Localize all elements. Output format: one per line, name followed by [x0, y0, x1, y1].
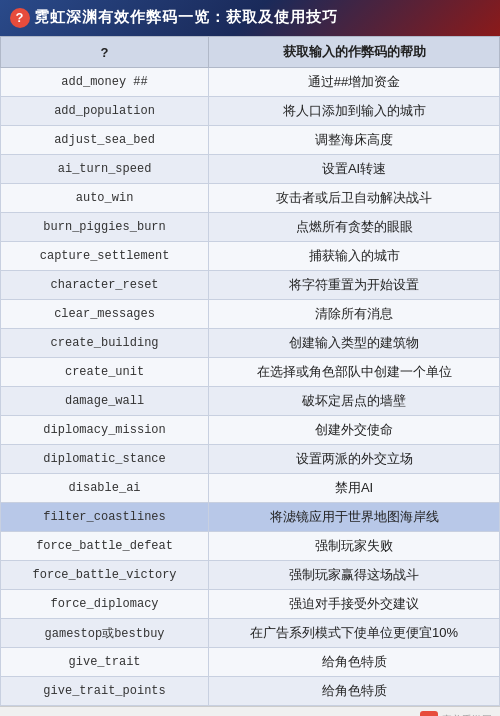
- cheat-code: force_battle_defeat: [1, 532, 209, 561]
- table-row: diplomacy_mission创建外交使命: [1, 416, 500, 445]
- cheat-code: damage_wall: [1, 387, 209, 416]
- table-row: burn_piggies_burn点燃所有贪婪的眼眼: [1, 213, 500, 242]
- cheat-desc: 给角色特质: [209, 648, 500, 677]
- table-row: clear_messages清除所有消息: [1, 300, 500, 329]
- table-row: give_trait给角色特质: [1, 648, 500, 677]
- page-title: 霓虹深渊有效作弊码一览：获取及使用技巧: [34, 8, 338, 25]
- cheat-code: add_population: [1, 97, 209, 126]
- table-header-row: ? 获取输入的作弊码的帮助: [1, 37, 500, 68]
- cheat-desc: 强制玩家失败: [209, 532, 500, 561]
- cheat-code: force_diplomacy: [1, 590, 209, 619]
- cheat-desc: 创建输入类型的建筑物: [209, 329, 500, 358]
- cheat-desc: 攻击者或后卫自动解决战斗: [209, 184, 500, 213]
- cheat-code: add_money ##: [1, 68, 209, 97]
- table-row: capture_settlement捕获输入的城市: [1, 242, 500, 271]
- question-mark-icon: ?: [10, 8, 30, 28]
- cheat-desc: 强迫对手接受外交建议: [209, 590, 500, 619]
- cheat-code: auto_win: [1, 184, 209, 213]
- cheat-desc: 将字符重置为开始设置: [209, 271, 500, 300]
- header: ?霓虹深渊有效作弊码一览：获取及使用技巧: [0, 0, 500, 36]
- cheat-desc: 设置AI转速: [209, 155, 500, 184]
- cheat-desc: 强制玩家赢得这场战斗: [209, 561, 500, 590]
- cheat-code: character_reset: [1, 271, 209, 300]
- table-row: filter_coastlines将滤镜应用于世界地图海岸线: [1, 503, 500, 532]
- cheat-code: give_trait_points: [1, 677, 209, 706]
- table-row: ai_turn_speed设置AI转速: [1, 155, 500, 184]
- cheat-code: ai_turn_speed: [1, 155, 209, 184]
- cheat-desc: 通过##增加资金: [209, 68, 500, 97]
- cheat-desc: 破坏定居点的墙壁: [209, 387, 500, 416]
- table-row: damage_wall破坏定居点的墙壁: [1, 387, 500, 416]
- cheat-desc: 给角色特质: [209, 677, 500, 706]
- table-row: create_unit在选择或角色部队中创建一个单位: [1, 358, 500, 387]
- table-row: force_battle_defeat强制玩家失败: [1, 532, 500, 561]
- logo-icon: W: [420, 711, 438, 716]
- cheat-desc: 点燃所有贪婪的眼眼: [209, 213, 500, 242]
- table-row: create_building创建输入类型的建筑物: [1, 329, 500, 358]
- table-row: gamestop或bestbuy在广告系列模式下使单位更便宜10%: [1, 619, 500, 648]
- cheat-table: ? 获取输入的作弊码的帮助 add_money ##通过##增加资金add_po…: [0, 36, 500, 706]
- cheat-code: filter_coastlines: [1, 503, 209, 532]
- cheat-code: clear_messages: [1, 300, 209, 329]
- col-header-code: ?: [1, 37, 209, 68]
- table-row: force_diplomacy强迫对手接受外交建议: [1, 590, 500, 619]
- table-row: give_trait_points给角色特质: [1, 677, 500, 706]
- cheat-code: create_unit: [1, 358, 209, 387]
- cheat-desc: 调整海床高度: [209, 126, 500, 155]
- cheat-desc: 在选择或角色部队中创建一个单位: [209, 358, 500, 387]
- table-row: diplomatic_stance设置两派的外交立场: [1, 445, 500, 474]
- cheat-desc: 清除所有消息: [209, 300, 500, 329]
- cheat-code: burn_piggies_burn: [1, 213, 209, 242]
- cheat-desc: 捕获输入的城市: [209, 242, 500, 271]
- footer: W 完美手游网: [0, 706, 500, 716]
- cheat-code: create_building: [1, 329, 209, 358]
- cheat-code: gamestop或bestbuy: [1, 619, 209, 648]
- table-row: character_reset将字符重置为开始设置: [1, 271, 500, 300]
- cheat-desc: 将人口添加到输入的城市: [209, 97, 500, 126]
- cheat-desc: 禁用AI: [209, 474, 500, 503]
- table-row: auto_win攻击者或后卫自动解决战斗: [1, 184, 500, 213]
- cheat-desc: 创建外交使命: [209, 416, 500, 445]
- col-header-desc: 获取输入的作弊码的帮助: [209, 37, 500, 68]
- cheat-code: force_battle_victory: [1, 561, 209, 590]
- cheat-code: disable_ai: [1, 474, 209, 503]
- table-row: add_money ##通过##增加资金: [1, 68, 500, 97]
- cheat-desc: 设置两派的外交立场: [209, 445, 500, 474]
- watermark: W 完美手游网: [420, 711, 492, 716]
- cheat-desc: 在广告系列模式下使单位更便宜10%: [209, 619, 500, 648]
- cheat-code: diplomatic_stance: [1, 445, 209, 474]
- cheat-code: give_trait: [1, 648, 209, 677]
- cheat-desc: 将滤镜应用于世界地图海岸线: [209, 503, 500, 532]
- cheat-code: adjust_sea_bed: [1, 126, 209, 155]
- table-row: add_population将人口添加到输入的城市: [1, 97, 500, 126]
- table-row: adjust_sea_bed调整海床高度: [1, 126, 500, 155]
- cheat-code: diplomacy_mission: [1, 416, 209, 445]
- table-row: disable_ai禁用AI: [1, 474, 500, 503]
- cheat-code: capture_settlement: [1, 242, 209, 271]
- table-row: force_battle_victory强制玩家赢得这场战斗: [1, 561, 500, 590]
